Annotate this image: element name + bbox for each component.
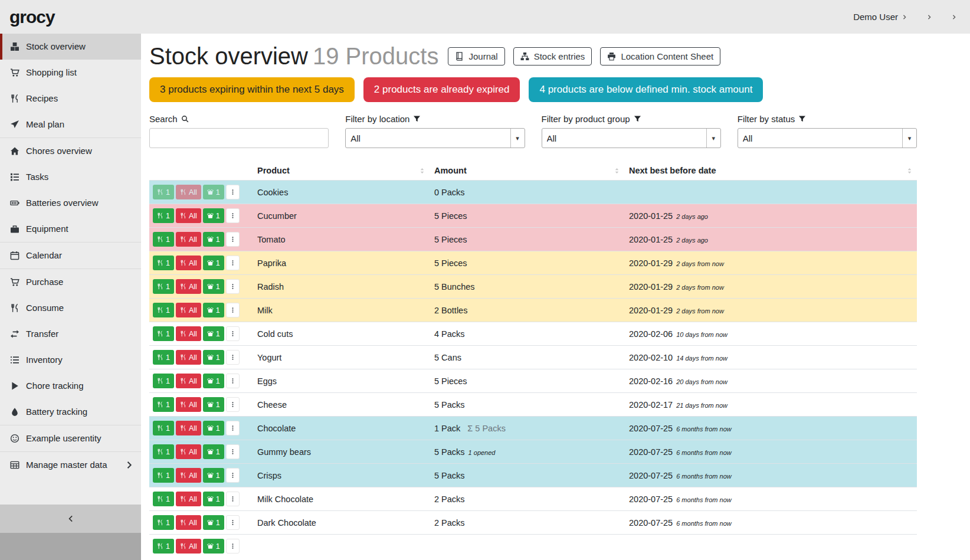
row-menu-button[interactable]: [226, 421, 240, 435]
consume-one-button[interactable]: 1: [153, 279, 174, 294]
consume-all-button[interactable]: All: [176, 303, 201, 317]
sidebar-item-chore-tracking[interactable]: Chore tracking: [0, 373, 141, 399]
open-one-button[interactable]: 1: [203, 492, 224, 506]
row-menu-button[interactable]: [226, 468, 240, 483]
sidebar-item-shopping-list[interactable]: Shopping list: [0, 60, 141, 86]
sidebar-item-inventory[interactable]: Inventory: [0, 347, 141, 373]
consume-one-button[interactable]: 1: [153, 232, 174, 247]
consume-one-button[interactable]: 1: [153, 492, 174, 506]
open-one-button[interactable]: 1: [203, 279, 224, 294]
open-one-button[interactable]: 1: [203, 232, 224, 247]
consume-one-button[interactable]: 1: [153, 444, 174, 459]
consume-all-button[interactable]: All: [176, 326, 201, 341]
search-input[interactable]: [149, 128, 329, 148]
sidebar-item-tasks[interactable]: Tasks: [0, 164, 141, 190]
open-one-button[interactable]: 1: [203, 468, 224, 483]
consume-one-button[interactable]: 1: [153, 256, 174, 270]
open-one-button[interactable]: 1: [203, 326, 224, 341]
location-select[interactable]: All: [346, 129, 524, 148]
consume-one-button[interactable]: 1: [153, 350, 174, 365]
sidebar-collapse-toggle[interactable]: [0, 505, 141, 533]
admin-menu[interactable]: [948, 14, 957, 20]
consume-one-button[interactable]: 1: [153, 539, 174, 554]
consume-all-button[interactable]: All: [176, 421, 201, 435]
consume-all-button[interactable]: All: [176, 539, 201, 554]
consume-one-button[interactable]: 1: [153, 374, 174, 388]
consume-all-button[interactable]: All: [176, 397, 201, 412]
sidebar-item-meal-plan[interactable]: Meal plan: [0, 112, 141, 137]
open-one-button[interactable]: 1: [203, 539, 224, 554]
consume-all-button[interactable]: All: [176, 185, 201, 199]
row-menu-button[interactable]: [226, 539, 240, 554]
table-row: 1All1Cold cuts4 Packs2020-02-0610 days f…: [149, 322, 917, 345]
consume-all-button[interactable]: All: [176, 468, 201, 483]
utensils-icon: [180, 189, 186, 195]
sidebar-item-purchase[interactable]: Purchase: [0, 269, 141, 295]
sidebar-item-batteries-overview[interactable]: Batteries overview: [0, 190, 141, 216]
row-menu-button[interactable]: [226, 232, 240, 247]
amount-column-header[interactable]: Amount: [430, 166, 624, 175]
open-one-button[interactable]: 1: [203, 350, 224, 365]
consume-all-button[interactable]: All: [176, 515, 201, 530]
row-menu-button[interactable]: [226, 397, 240, 412]
consume-all-button[interactable]: All: [176, 208, 201, 223]
consume-all-button[interactable]: All: [176, 350, 201, 365]
consume-all-button[interactable]: All: [176, 492, 201, 506]
consume-all-button[interactable]: All: [176, 256, 201, 270]
sidebar-item-consume[interactable]: Consume: [0, 295, 141, 321]
journal-button[interactable]: Journal: [448, 47, 504, 66]
row-menu-button[interactable]: [226, 350, 240, 365]
consume-one-button[interactable]: 1: [153, 515, 174, 530]
product-group-select[interactable]: All: [542, 129, 720, 148]
row-menu-button[interactable]: [226, 515, 240, 530]
open-one-button[interactable]: 1: [203, 444, 224, 459]
product-column-header[interactable]: Product: [253, 166, 430, 175]
consume-one-button[interactable]: 1: [153, 421, 174, 435]
consume-all-button[interactable]: All: [176, 444, 201, 459]
open-one-button[interactable]: 1: [203, 397, 224, 412]
consume-one-button[interactable]: 1: [153, 303, 174, 317]
sidebar-item-manage-master-data[interactable]: Manage master data: [0, 452, 141, 478]
sidebar-item-recipes[interactable]: Recipes: [0, 86, 141, 112]
sidebar-item-battery-tracking[interactable]: Battery tracking: [0, 399, 141, 425]
settings-menu[interactable]: [923, 14, 932, 20]
sidebar-item-example-userentity[interactable]: Example userentity: [0, 425, 141, 451]
open-one-button[interactable]: 1: [203, 208, 224, 223]
banner-expired[interactable]: 2 products are already expired: [363, 77, 520, 102]
consume-all-button[interactable]: All: [176, 374, 201, 388]
open-one-button[interactable]: 1: [203, 185, 224, 199]
consume-all-button[interactable]: All: [176, 232, 201, 247]
sidebar-item-chores-overview[interactable]: Chores overview: [0, 138, 141, 164]
row-menu-button[interactable]: [226, 279, 240, 294]
open-one-button[interactable]: 1: [203, 515, 224, 530]
consume-one-button[interactable]: 1: [153, 326, 174, 341]
banner-expiring[interactable]: 3 products expiring within the next 5 da…: [149, 77, 355, 102]
status-select[interactable]: All: [738, 129, 916, 148]
open-one-button[interactable]: 1: [203, 256, 224, 270]
consume-one-button[interactable]: 1: [153, 468, 174, 483]
open-one-button[interactable]: 1: [203, 374, 224, 388]
row-menu-button[interactable]: [226, 208, 240, 223]
consume-one-button[interactable]: 1: [153, 185, 174, 199]
user-menu[interactable]: Demo User: [850, 12, 907, 22]
sidebar-item-calendar[interactable]: Calendar: [0, 243, 141, 268]
row-menu-button[interactable]: [226, 256, 240, 270]
row-menu-button[interactable]: [226, 492, 240, 506]
banner-below-min[interactable]: 4 products are below defined min. stock …: [529, 77, 763, 102]
sidebar-item-equipment[interactable]: Equipment: [0, 216, 141, 242]
consume-all-button[interactable]: All: [176, 279, 201, 294]
sidebar-item-stock-overview[interactable]: Stock overview: [0, 34, 141, 60]
stock-entries-button[interactable]: Stock entries: [513, 47, 592, 66]
open-one-button[interactable]: 1: [203, 421, 224, 435]
row-menu-button[interactable]: [226, 303, 240, 317]
sidebar-item-transfer[interactable]: Transfer: [0, 321, 141, 347]
row-menu-button[interactable]: [226, 444, 240, 459]
date-column-header[interactable]: Next best before date: [624, 166, 917, 175]
consume-one-button[interactable]: 1: [153, 397, 174, 412]
location-content-sheet-button[interactable]: Location Content Sheet: [600, 47, 720, 66]
open-one-button[interactable]: 1: [203, 303, 224, 317]
row-menu-button[interactable]: [226, 185, 240, 199]
row-menu-button[interactable]: [226, 326, 240, 341]
row-menu-button[interactable]: [226, 374, 240, 388]
consume-one-button[interactable]: 1: [153, 208, 174, 223]
